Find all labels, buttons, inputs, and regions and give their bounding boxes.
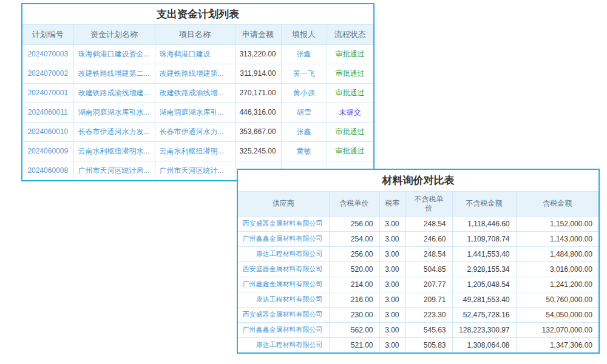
reporter-cell: 黄一飞 — [281, 64, 327, 83]
status-cell: 审批通过 — [327, 44, 373, 64]
project-name-cell[interactable]: 改建铁路线增建第... — [155, 64, 235, 83]
table-row: 康达工程材料有限公司521.003.00505.831,308,064.081,… — [238, 337, 599, 352]
table-row: 西安盛器金属材料有限公司256.003.00248.541,118,446.60… — [238, 216, 599, 231]
fund-plan-name-cell[interactable]: 广州市天河区统计局... — [73, 161, 155, 180]
fund-plan-name-cell[interactable]: 改建铁路成渝线增建... — [73, 83, 155, 103]
tax-rate-cell: 3.00 — [379, 246, 405, 261]
plan-no-cell[interactable]: 2024060008 — [22, 161, 73, 180]
plan-no-cell[interactable]: 2024060011 — [22, 103, 73, 122]
expenditure-fund-plan-list-title: 支出资金计划列表 — [22, 4, 373, 25]
table-row: 2024070001改建铁路成渝线增建...改建铁路成渝线增...270,171… — [22, 83, 373, 103]
expenditure-fund-plan-list-panel: 支出资金计划列表 计划编号资金计划名称项目名称申请金额填报人流程状态 20240… — [21, 3, 375, 181]
table-row: 2024060009云南水利枢纽潜明水...云南水利枢纽潜明...325,245… — [22, 141, 373, 161]
plan-no-cell[interactable]: 2024070001 — [22, 83, 73, 103]
amount-cell: 313,220.00 — [235, 44, 281, 64]
supplier-cell[interactable]: 广州鑫鑫金属材料有限公司 — [238, 277, 329, 292]
reporter-cell: 张鑫 — [281, 44, 327, 64]
amount-excl-tax-cell: 1,118,446.60 — [452, 216, 516, 231]
amount-incl-tax-cell: 132,070,000.00 — [516, 322, 599, 337]
material-inquiry-table-body: 西安盛器金属材料有限公司256.003.00248.541,118,446.60… — [238, 216, 599, 352]
price-incl-tax-cell: 230.00 — [329, 307, 379, 322]
tax-rate-cell: 3.00 — [379, 231, 405, 246]
project-name-cell[interactable]: 广州市天河区统计... — [155, 161, 235, 180]
supplier-cell[interactable]: 广州鑫鑫金属材料有限公司 — [238, 231, 329, 246]
table-row: 西安盛器金属材料有限公司520.003.00504.852,928,155.34… — [238, 261, 599, 277]
supplier-cell[interactable]: 西安盛器金属材料有限公司 — [238, 307, 329, 322]
supplier-cell[interactable]: 康达工程材料有限公司 — [238, 337, 329, 352]
material-inquiry-comparison-table: 供应商含税单价税率不含税单价不含税金额含税金额 西安盛器金属材料有限公司256.… — [238, 192, 599, 352]
project-name-cell[interactable]: 湖南洞庭湖水库引... — [155, 103, 235, 122]
table-row: 广州鑫鑫金属材料有限公司254.003.00246.601,109,708.74… — [238, 231, 599, 246]
material-inquiry-comparison-panel: 材料询价对比表 供应商含税单价税率不含税单价不含税金额含税金额 西安盛器金属材料… — [237, 169, 600, 354]
amount-excl-tax-cell: 128,223,300.97 — [452, 322, 516, 337]
reporter-cell: 胡雪 — [281, 103, 327, 122]
plan-no-cell[interactable]: 2024060009 — [22, 141, 73, 161]
tax-rate-cell: 3.00 — [379, 292, 405, 307]
amount-cell: 270,171.00 — [235, 83, 281, 103]
plan-no-cell[interactable]: 2024060010 — [22, 122, 73, 141]
amount-excl-tax-cell: 1,308,064.08 — [452, 337, 516, 352]
expenditure-fund-plan-table-header: 计划编号资金计划名称项目名称申请金额填报人流程状态 — [22, 25, 373, 44]
price-incl-tax-cell: 214.00 — [329, 277, 379, 292]
price-incl-tax-cell: 254.00 — [329, 231, 379, 246]
project-name-cell[interactable]: 云南水利枢纽潜明... — [155, 141, 235, 161]
column-header: 填报人 — [281, 25, 327, 44]
fund-plan-name-cell[interactable]: 改建铁路线增建第二... — [73, 64, 155, 83]
status-cell: 审批通过 — [327, 64, 373, 83]
tax-rate-cell: 3.00 — [379, 337, 405, 352]
reporter-cell: 张鑫 — [281, 122, 327, 141]
amount-excl-tax-cell: 2,928,155.34 — [452, 261, 516, 277]
amount-cell: 353,667.00 — [235, 122, 281, 141]
header-row: 计划编号资金计划名称项目名称申请金额填报人流程状态 — [22, 25, 373, 44]
column-header: 申请金额 — [235, 25, 281, 44]
project-name-cell[interactable]: 珠海鹤港口建设 — [155, 44, 235, 64]
column-header: 不含税单价 — [405, 192, 452, 216]
amount-cell: 446,316.00 — [235, 103, 281, 122]
column-header: 资金计划名称 — [73, 25, 155, 44]
supplier-cell[interactable]: 康达工程材料有限公司 — [238, 246, 329, 261]
plan-no-cell[interactable]: 2024070003 — [22, 44, 73, 64]
plan-no-cell[interactable]: 2024070002 — [22, 64, 73, 83]
supplier-cell[interactable]: 康达工程材料有限公司 — [238, 292, 329, 307]
status-cell: 审批通过 — [327, 122, 373, 141]
tax-rate-cell: 3.00 — [379, 322, 405, 337]
tax-rate-cell: 3.00 — [379, 307, 405, 322]
column-header: 流程状态 — [327, 25, 373, 44]
status-cell: 审批通过 — [327, 83, 373, 103]
price-excl-tax-cell: 209.71 — [405, 292, 452, 307]
table-row: 广州鑫鑫金属材料有限公司562.003.00545.63128,223,300.… — [238, 322, 599, 337]
column-header: 税率 — [379, 192, 405, 216]
price-excl-tax-cell: 248.54 — [405, 216, 452, 231]
price-incl-tax-cell: 520.00 — [329, 261, 379, 277]
table-row: 2024060010长春市伊通河水力发...长春市伊通河水力...353,667… — [22, 122, 373, 141]
supplier-cell[interactable]: 西安盛器金属材料有限公司 — [238, 261, 329, 277]
price-excl-tax-cell: 504.85 — [405, 261, 452, 277]
amount-incl-tax-cell: 1,347,306.00 — [516, 337, 599, 352]
table-row: 西安盛器金属材料有限公司230.003.00223.3052,475,728.1… — [238, 307, 599, 322]
tax-rate-cell: 3.00 — [379, 261, 405, 277]
price-incl-tax-cell: 521.00 — [329, 337, 379, 352]
column-header: 供应商 — [238, 192, 329, 216]
column-header: 含税单价 — [329, 192, 379, 216]
table-row: 康达工程材料有限公司216.003.00209.7149,281,553.405… — [238, 292, 599, 307]
price-incl-tax-cell: 562.00 — [329, 322, 379, 337]
table-row: 2024070003珠海鹤港口建设资金...珠海鹤港口建设313,220.00张… — [22, 44, 373, 64]
expenditure-fund-plan-table: 计划编号资金计划名称项目名称申请金额填报人流程状态 2024070003珠海鹤港… — [22, 25, 373, 180]
amount-excl-tax-cell: 1,205,048.54 — [452, 277, 516, 292]
price-excl-tax-cell: 248.54 — [405, 246, 452, 261]
fund-plan-name-cell[interactable]: 湖南洞庭湖水库引水... — [73, 103, 155, 122]
project-name-cell[interactable]: 改建铁路成渝线增... — [155, 83, 235, 103]
amount-excl-tax-cell: 52,475,728.16 — [452, 307, 516, 322]
status-cell: 审批通过 — [327, 141, 373, 161]
fund-plan-name-cell[interactable]: 云南水利枢纽潜明水... — [73, 141, 155, 161]
fund-plan-name-cell[interactable]: 长春市伊通河水力发... — [73, 122, 155, 141]
supplier-cell[interactable]: 广州鑫鑫金属材料有限公司 — [238, 322, 329, 337]
amount-cell: 311,914.00 — [235, 64, 281, 83]
project-name-cell[interactable]: 长春市伊通河水力... — [155, 122, 235, 141]
amount-incl-tax-cell: 1,152,000.00 — [516, 216, 599, 231]
fund-plan-name-cell[interactable]: 珠海鹤港口建设资金... — [73, 44, 155, 64]
supplier-cell[interactable]: 西安盛器金属材料有限公司 — [238, 216, 329, 231]
amount-excl-tax-cell: 49,281,553.40 — [452, 292, 516, 307]
price-excl-tax-cell: 207.77 — [405, 277, 452, 292]
amount-incl-tax-cell: 50,760,000.00 — [516, 292, 599, 307]
